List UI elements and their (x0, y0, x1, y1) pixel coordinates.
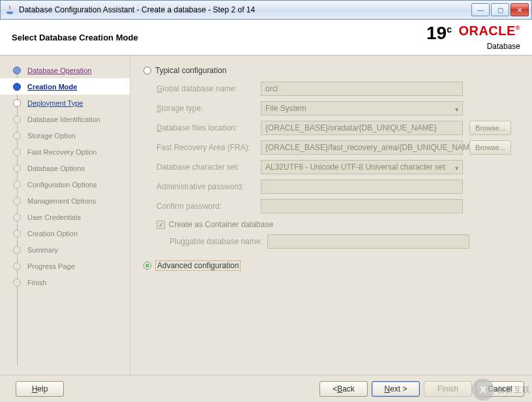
sidebar-step-5: Fast Recovery Option (0, 144, 130, 160)
brand-sub: Database (426, 42, 520, 50)
page-title: Select Database Creation Mode (12, 33, 426, 42)
input-confirm-pw (261, 199, 463, 213)
input-admin-pw (261, 179, 463, 194)
radio-icon (143, 67, 151, 74)
checkbox-create-cdb: ✓ Create as Container database (156, 220, 528, 229)
window-titlebar: Database Configuration Assistant - Creat… (0, 0, 532, 20)
brand-logo: 19c ORACLE® Database (426, 24, 520, 50)
step-bullet-icon (13, 230, 21, 238)
step-bullet-icon (13, 262, 21, 270)
step-label: Storage Option (27, 132, 76, 140)
input-fra: {ORACLE_BASE}/fast_recovery_area/{DB_UNI… (261, 140, 463, 155)
sidebar-step-9: User Credentials (0, 209, 130, 225)
finish-button: Finish (424, 381, 472, 397)
checkbox-create-cdb-label: Create as Container database (169, 220, 273, 229)
step-bullet-icon (13, 67, 21, 74)
step-label: Progress Page (27, 262, 75, 270)
step-bullet-icon (13, 99, 21, 107)
step-bullet-icon (13, 279, 21, 286)
sidebar-step-6: Database Options (0, 160, 130, 176)
step-label: Summary (27, 246, 58, 254)
radio-icon (143, 262, 151, 270)
step-label: Creation Mode (27, 83, 77, 91)
close-button[interactable]: ✕ (510, 3, 529, 16)
step-bullet-icon (13, 116, 21, 123)
step-label: Database Operation (27, 67, 91, 74)
step-bullet-icon (13, 83, 21, 91)
step-label: Fast Recovery Option (27, 148, 96, 156)
label-storage-type: Storage type: (156, 104, 261, 113)
radio-typical-label: Typical configuration (155, 66, 226, 75)
browse-files-location: Browse... (469, 121, 511, 135)
main-pane: Database OperationCreation ModeDeploymen… (0, 55, 532, 375)
step-label: Deployment Type (27, 99, 83, 107)
step-bullet-icon (13, 197, 21, 205)
select-charset: AL32UTF8 - Unicode UTF-8 Universal chara… (261, 160, 463, 174)
browse-fra: Browse... (469, 140, 511, 155)
sidebar-step-10: Creation Option (0, 225, 130, 241)
step-label: Database Options (27, 164, 85, 172)
input-pdb-name (267, 234, 469, 249)
step-label: Database Identification (27, 116, 100, 123)
step-bullet-icon (13, 213, 21, 221)
window-title: Database Configuration Assistant - Creat… (19, 5, 471, 14)
wizard-footer: Help < Back Next > Finish Cancel (0, 375, 532, 402)
sidebar-step-1[interactable]: Creation Mode (0, 78, 130, 95)
typical-form: Global database name: orcl Storage type:… (156, 82, 528, 249)
step-label: Finish (27, 279, 46, 286)
label-pdb-name: Pluggable database name: (170, 237, 267, 246)
step-bullet-icon (13, 246, 21, 254)
step-label: Creation Option (27, 230, 78, 238)
sidebar-step-2[interactable]: Deployment Type (0, 95, 130, 111)
step-bullet-icon (13, 148, 21, 156)
radio-advanced-label: Advanced configuration (155, 260, 241, 271)
next-button[interactable]: Next > (372, 381, 420, 397)
brand-version: 19c (426, 24, 452, 42)
label-admin-pw: Administrative password: (156, 182, 261, 191)
sidebar-step-0[interactable]: Database Operation (0, 62, 130, 78)
minimize-button[interactable]: — (471, 3, 490, 16)
label-charset: Database character set: (156, 162, 261, 172)
radio-typical[interactable]: Typical configuration (143, 66, 528, 75)
select-storage-type: File System (261, 101, 463, 116)
sidebar-step-12: Progress Page (0, 258, 130, 274)
radio-advanced[interactable]: Advanced configuration (143, 260, 528, 271)
input-global-db-name: orcl (261, 82, 463, 96)
sidebar-step-13: Finish (0, 274, 130, 290)
wizard-sidebar: Database OperationCreation ModeDeploymen… (0, 55, 130, 375)
maximize-button[interactable]: ▢ (491, 3, 509, 16)
help-button[interactable]: Help (16, 381, 64, 397)
label-fra: Fast Recovery Area (FRA): (156, 143, 261, 152)
label-confirm-pw: Confirm password: (156, 202, 261, 211)
step-label: Management Options (27, 197, 96, 205)
step-bullet-icon (13, 181, 21, 189)
cancel-button[interactable]: Cancel (476, 381, 524, 397)
input-files-location: {ORACLE_BASE}/oradata/{DB_UNIQUE_NAME} (261, 121, 463, 135)
sidebar-step-11: Summary (0, 241, 130, 258)
page-header: Select Database Creation Mode 19c ORACLE… (0, 20, 532, 55)
step-bullet-icon (13, 132, 21, 140)
label-files-location: Database files location: (156, 123, 261, 132)
label-global-db-name: Global database name: (156, 84, 261, 93)
sidebar-step-4: Storage Option (0, 127, 130, 144)
step-bullet-icon (13, 164, 21, 172)
step-label: Configuration Options (27, 181, 96, 189)
content-pane: Typical configuration Global database na… (130, 55, 532, 375)
checkbox-icon: ✓ (156, 221, 165, 229)
back-button[interactable]: < Back (319, 381, 368, 397)
window-buttons: — ▢ ✕ (471, 3, 529, 16)
java-icon (5, 5, 15, 15)
sidebar-step-3: Database Identification (0, 111, 130, 127)
step-label: User Credentials (27, 213, 81, 221)
sidebar-step-7: Configuration Options (0, 176, 130, 193)
sidebar-step-8: Management Options (0, 193, 130, 209)
brand-oracle: ORACLE® (458, 24, 520, 37)
